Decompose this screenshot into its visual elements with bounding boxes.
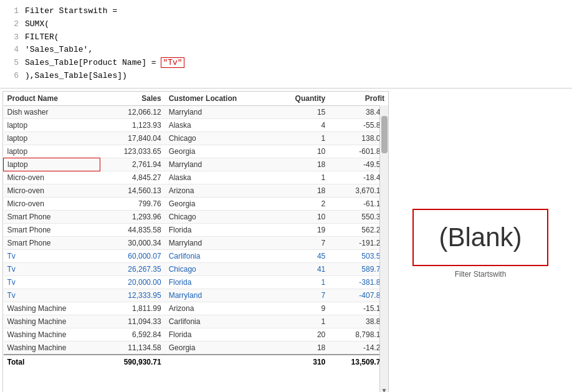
right-panel: (Blank) Filter Startswith bbox=[389, 88, 572, 392]
cell-sales: 2,761.94 bbox=[100, 158, 164, 171]
code-line-6: 6 ),Sales_Table[Sales]) bbox=[7, 70, 565, 83]
cell-product: Micro-oven bbox=[4, 197, 100, 210]
cell-product: Tv bbox=[4, 289, 100, 302]
cell-product: laptop bbox=[4, 158, 100, 171]
code-content: Sales_Table[Product Name] = "Tv" bbox=[25, 57, 184, 70]
code-line-5: 5 Sales_Table[Product Name] = "Tv" bbox=[7, 57, 565, 70]
cell-sales: 1,293.96 bbox=[100, 210, 164, 223]
cell-product: Smart Phone bbox=[4, 223, 100, 236]
cell-location: Florida bbox=[165, 328, 275, 341]
line-number: 2 bbox=[7, 18, 19, 31]
footer-label: Total bbox=[4, 355, 100, 369]
line-number: 1 bbox=[7, 5, 19, 18]
code-line-2: 2 SUMX( bbox=[7, 18, 565, 31]
cell-location: Florida bbox=[165, 275, 275, 289]
cell-product: Washing Machine bbox=[4, 341, 100, 355]
blank-box: (Blank) bbox=[412, 209, 548, 266]
cell-sales: 123,033.65 bbox=[100, 145, 164, 158]
cell-sales: 11,094.33 bbox=[100, 315, 164, 328]
cell-product: Washing Machine bbox=[4, 315, 100, 328]
cell-quantity: 1 bbox=[274, 131, 329, 145]
cell-quantity: 10 bbox=[274, 210, 329, 223]
cell-sales: 44,835.58 bbox=[100, 223, 164, 236]
code-content: FILTER( bbox=[25, 31, 59, 44]
cell-sales: 26,267.35 bbox=[100, 262, 164, 275]
table-header: Product Name Sales Customer Location Qua… bbox=[4, 92, 389, 106]
cell-quantity: 7 bbox=[274, 236, 329, 249]
cell-sales: 20,000.00 bbox=[100, 275, 164, 289]
code-line-4: 4 'Sales_Table', bbox=[7, 44, 565, 57]
cell-sales: 4,845.27 bbox=[100, 171, 164, 184]
cell-quantity: 1 bbox=[274, 315, 329, 328]
table-scroll[interactable]: Product Name Sales Customer Location Qua… bbox=[3, 92, 388, 392]
scroll-down-arrow[interactable]: ▼ bbox=[380, 386, 388, 392]
cell-location: Georgia bbox=[165, 341, 275, 355]
cell-quantity: 41 bbox=[274, 262, 329, 275]
cell-sales: 60,000.07 bbox=[100, 249, 164, 262]
cell-location: Arizona bbox=[165, 184, 275, 197]
cell-location: Alaska bbox=[165, 171, 275, 184]
code-content: ),Sales_Table[Sales]) bbox=[25, 70, 127, 83]
cell-quantity: 7 bbox=[274, 289, 329, 302]
cell-product: laptop bbox=[4, 145, 100, 158]
code-line-1: 1 Filter Startswith = bbox=[7, 5, 565, 18]
col-profit: Profit bbox=[329, 92, 388, 106]
cell-location: Chicago bbox=[165, 131, 275, 145]
cell-quantity: 45 bbox=[274, 249, 329, 262]
cell-quantity: 1 bbox=[274, 275, 329, 289]
cell-sales: 1,123.93 bbox=[100, 118, 164, 131]
cell-quantity: 18 bbox=[274, 341, 329, 355]
cell-sales: 30,000.34 bbox=[100, 236, 164, 249]
cell-quantity: 1 bbox=[274, 171, 329, 184]
main-content: Product Name Sales Customer Location Qua… bbox=[0, 88, 572, 392]
cell-location: Chicago bbox=[165, 262, 275, 275]
cell-product: Smart Phone bbox=[4, 210, 100, 223]
line-number: 4 bbox=[7, 44, 19, 57]
blank-label: (Blank) bbox=[439, 222, 522, 252]
cell-product: laptop bbox=[4, 131, 100, 145]
cell-location: Arizona bbox=[165, 302, 275, 315]
highlight-tv: "Tv" bbox=[161, 57, 184, 68]
code-editor: 1 Filter Startswith = 2 SUMX( 3 FILTER( … bbox=[0, 0, 572, 88]
cell-sales: 17,840.04 bbox=[100, 131, 164, 145]
scrollbar[interactable]: ▲ ▼ bbox=[379, 92, 388, 392]
cell-location: Marryland bbox=[165, 158, 275, 171]
cell-location: Alaska bbox=[165, 118, 275, 131]
blank-sublabel: Filter Startswith bbox=[455, 270, 507, 279]
cell-location: Florida bbox=[165, 223, 275, 236]
data-table: Product Name Sales Customer Location Qua… bbox=[3, 92, 388, 369]
cell-product: Tv bbox=[4, 249, 100, 262]
col-product-name: Product Name bbox=[4, 92, 100, 106]
cell-sales: 11,134.58 bbox=[100, 341, 164, 355]
footer-location bbox=[165, 355, 275, 369]
col-quantity: Quantity bbox=[274, 92, 329, 106]
cell-quantity: 19 bbox=[274, 223, 329, 236]
col-location: Customer Location bbox=[165, 92, 275, 106]
cell-product: Washing Machine bbox=[4, 302, 100, 315]
table-footer: Total 590,930.71 310 13,509.78 bbox=[4, 355, 389, 369]
footer-quantity: 310 bbox=[274, 355, 329, 369]
code-content: 'Sales_Table', bbox=[25, 44, 93, 57]
cell-quantity: 10 bbox=[274, 145, 329, 158]
cell-location: Carlifonia bbox=[165, 249, 275, 262]
cell-quantity: 2 bbox=[274, 197, 329, 210]
code-content: Filter Startswith = bbox=[25, 5, 117, 18]
cell-product: Tv bbox=[4, 275, 100, 289]
line-number: 3 bbox=[7, 31, 19, 44]
cell-location: Carlifonia bbox=[165, 315, 275, 328]
cell-location: Marryland bbox=[165, 236, 275, 249]
cell-product: Micro-oven bbox=[4, 184, 100, 197]
cell-product: Washing Machine bbox=[4, 328, 100, 341]
line-number: 6 bbox=[7, 70, 19, 83]
scroll-thumb[interactable] bbox=[381, 116, 388, 153]
code-content: SUMX( bbox=[25, 18, 49, 31]
cell-sales: 14,560.13 bbox=[100, 184, 164, 197]
cell-sales: 12,333.95 bbox=[100, 289, 164, 302]
cell-quantity: 20 bbox=[274, 328, 329, 341]
cell-sales: 1,811.99 bbox=[100, 302, 164, 315]
cell-product: laptop bbox=[4, 118, 100, 131]
data-table-container: Product Name Sales Customer Location Qua… bbox=[2, 91, 389, 392]
cell-product: Smart Phone bbox=[4, 236, 100, 249]
cell-quantity: 4 bbox=[274, 118, 329, 131]
cell-location: Marryland bbox=[165, 289, 275, 302]
